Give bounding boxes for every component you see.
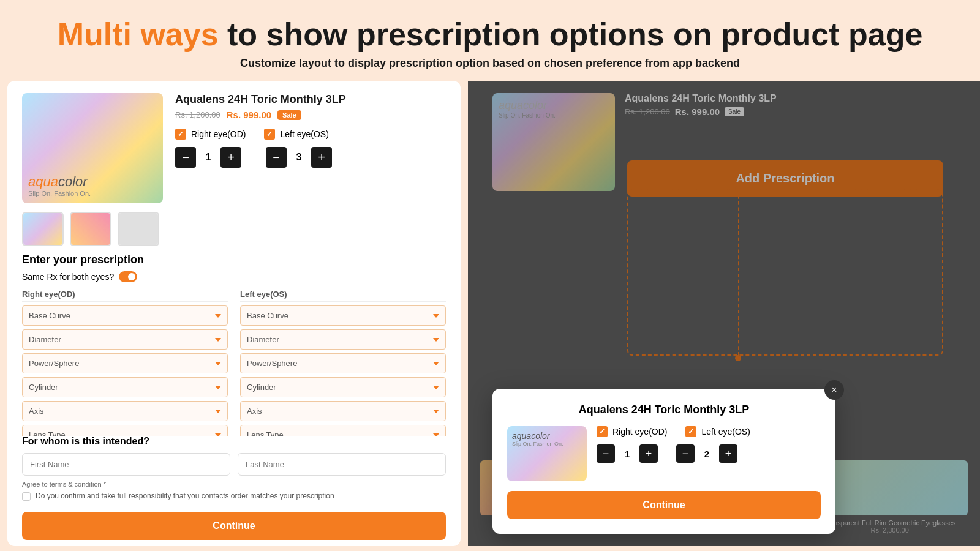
modal-qty-right-plus[interactable]: +: [639, 444, 658, 463]
modal-overlay: × Aqualens 24H Toric Monthly 3LP aquacol…: [468, 81, 980, 546]
prescription-section: Enter your prescription Same Rx for both…: [7, 253, 461, 436]
right-cylinder-select[interactable]: Cylinder: [22, 377, 228, 397]
right-eye-col-header: Right eye(OD): [22, 290, 228, 302]
header-title-dark: to show prescription options on product …: [219, 17, 923, 52]
qty-left-plus[interactable]: +: [311, 147, 332, 168]
right-base-curve-select[interactable]: Base Curve: [22, 305, 228, 326]
right-eye-label: Right eye(OD): [191, 129, 246, 139]
sale-badge: Sale: [277, 110, 301, 120]
right-diameter-select[interactable]: Diameter: [22, 329, 228, 350]
left-cylinder-select[interactable]: Cylinder: [240, 377, 446, 397]
modal-qty-right-control: − 1 +: [597, 444, 658, 463]
main-container: aquacolor Slip On. Fashion On. Aqualens …: [0, 81, 980, 546]
modal-qty-right-minus[interactable]: −: [597, 444, 615, 463]
modal-qty-right-value: 1: [616, 449, 638, 459]
modal-left-eye-check-icon: [685, 426, 696, 437]
qty-left-minus[interactable]: −: [266, 147, 287, 168]
price-sale: Rs. 999.00: [227, 110, 271, 120]
left-panel: aquacolor Slip On. Fashion On. Aqualens …: [7, 81, 461, 546]
product-thumbnails: [7, 212, 461, 253]
same-rx-toggle[interactable]: [119, 271, 137, 282]
for-whom-section: For whom is this intended? Agree to term…: [7, 436, 461, 546]
left-eye-check-icon: [264, 129, 275, 140]
modal-qty-left-control: − 2 +: [676, 444, 737, 463]
terms-checkbox[interactable]: [22, 492, 31, 501]
modal-right-eye-label: Right eye(OD): [612, 427, 667, 437]
left-eye-col-header: Left eye(OS): [240, 290, 446, 302]
qty-right-minus[interactable]: −: [175, 147, 196, 168]
same-rx-row: Same Rx for both eyes?: [22, 271, 446, 282]
header-subtitle: Customize layout to display prescription…: [24, 57, 956, 70]
modal-qty-row: − 1 + − 2 +: [597, 444, 821, 463]
right-eye-check-icon: [175, 129, 186, 140]
prescription-title: Enter your prescription: [22, 253, 446, 266]
left-lens-type-select[interactable]: Lens Type: [240, 425, 446, 436]
left-power-sphere-select[interactable]: Power/Sphere: [240, 353, 446, 373]
product-image-main: aquacolor Slip On. Fashion On.: [22, 93, 163, 203]
qty-left-value: 3: [287, 152, 311, 163]
modal-left-eye-label: Left eye(OS): [701, 427, 750, 437]
brand-tagline: Slip On. Fashion On.: [28, 190, 91, 197]
terms-section: Agree to terms & condition * Do you conf…: [22, 481, 446, 501]
price-row: Rs. 1,200.00 Rs. 999.00 Sale: [175, 110, 446, 120]
qty-right-plus[interactable]: +: [221, 147, 241, 168]
modal-product-image: aquacolor Slip On. Fashion On.: [507, 426, 587, 481]
modal-eyes-section: Right eye(OD) Left eye(OS) −: [597, 426, 821, 463]
for-whom-title: For whom is this intended?: [22, 436, 446, 447]
modal-left-eye-checkbox[interactable]: Left eye(OS): [685, 426, 750, 437]
product-details: Aqualens 24H Toric Monthly 3LP Rs. 1,200…: [175, 93, 446, 203]
thumb-2[interactable]: [70, 212, 111, 246]
thumb-3[interactable]: [118, 212, 159, 246]
modal-qty-left-value: 2: [696, 449, 718, 459]
modal-title: Aqualens 24H Toric Monthly 3LP: [507, 403, 821, 416]
modal-continue-button[interactable]: Continue: [507, 491, 821, 519]
shop-background: aquacolor Slip On. Fashion On. Aqualens …: [468, 81, 980, 546]
modal-eye-checkboxes: Right eye(OD) Left eye(OS): [597, 426, 821, 437]
right-lens-type-select[interactable]: Lens Type: [22, 425, 228, 436]
modal-right-eye-check-icon: [597, 426, 608, 437]
thumb-1[interactable]: [22, 212, 64, 246]
price-original: Rs. 1,200.00: [175, 110, 221, 119]
terms-label: Agree to terms & condition *: [22, 481, 106, 488]
right-panel: aquacolor Slip On. Fashion On. Aqualens …: [468, 81, 980, 546]
rx-grid: Right eye(OD) Base Curve Diameter Power/…: [22, 290, 446, 436]
last-name-input[interactable]: [238, 453, 446, 476]
modal-dialog: × Aqualens 24H Toric Monthly 3LP aquacol…: [492, 389, 835, 534]
modal-qty-left-minus[interactable]: −: [676, 444, 695, 463]
qty-row: − 1 + − 3 +: [175, 147, 446, 168]
qty-right-control: − 1 +: [175, 147, 241, 168]
left-diameter-select[interactable]: Diameter: [240, 329, 446, 350]
qty-left-control: − 3 +: [266, 147, 332, 168]
product-title: Aqualens 24H Toric Monthly 3LP: [175, 93, 446, 106]
first-name-input[interactable]: [22, 453, 230, 476]
name-inputs: [22, 453, 446, 476]
eye-checkboxes: Right eye(OD) Left eye(OS): [175, 129, 446, 140]
same-rx-label: Same Rx for both eyes?: [22, 272, 114, 282]
terms-text: Do you confirm and take full responsibil…: [36, 492, 334, 500]
product-image-placeholder: aquacolor Slip On. Fashion On.: [22, 93, 163, 203]
modal-qty-left-plus[interactable]: +: [719, 444, 737, 463]
modal-close-button[interactable]: ×: [824, 380, 844, 400]
brand-name: aquacolor: [28, 174, 91, 190]
modal-right-eye-checkbox[interactable]: Right eye(OD): [597, 426, 667, 437]
right-power-sphere-select[interactable]: Power/Sphere: [22, 353, 228, 373]
right-axis-select[interactable]: Axis: [22, 401, 228, 421]
modal-product-row: aquacolor Slip On. Fashion On. Right eye…: [507, 426, 821, 481]
header: Multi ways to show prescription options …: [0, 0, 980, 81]
terms-checkbox-row: Do you confirm and take full responsibil…: [22, 492, 446, 501]
right-eye-checkbox[interactable]: Right eye(OD): [175, 129, 246, 140]
product-section: aquacolor Slip On. Fashion On. Aqualens …: [7, 81, 461, 212]
left-axis-select[interactable]: Axis: [240, 401, 446, 421]
continue-button[interactable]: Continue: [22, 512, 446, 540]
left-eye-label: Left eye(OS): [280, 129, 328, 139]
qty-right-value: 1: [196, 152, 221, 163]
left-eye-checkbox[interactable]: Left eye(OS): [264, 129, 328, 140]
left-base-curve-select[interactable]: Base Curve: [240, 305, 446, 326]
header-title-orange: Multi ways: [58, 17, 219, 52]
